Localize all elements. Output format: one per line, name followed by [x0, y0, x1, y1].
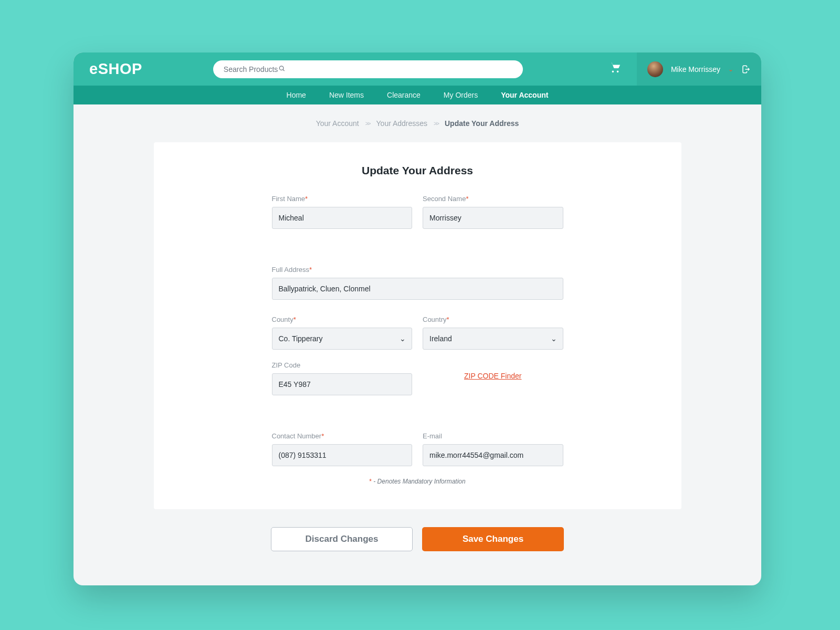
logout-icon[interactable] [741, 65, 751, 74]
zip-label: ZIP Code [272, 361, 413, 369]
contact-field[interactable] [272, 444, 413, 466]
country-label: Country* [423, 316, 563, 323]
zip-group: ZIP Code [272, 361, 413, 395]
chevron-right-icon: >> [434, 120, 438, 127]
nav-my-orders[interactable]: My Orders [444, 91, 478, 99]
nav-new-items[interactable]: New Items [329, 91, 364, 99]
email-label: E-mail [423, 432, 563, 440]
contact-label: Contact Number* [272, 432, 413, 440]
user-menu[interactable]: Mike Morrissey ⌄ [637, 52, 761, 86]
first-name-group: First Name* [272, 195, 413, 229]
chevron-down-icon: ⌄ [728, 66, 733, 73]
page-title: Update Your Address [272, 164, 563, 177]
navbar: Home New Items Clearance My Orders Your … [74, 86, 761, 104]
zip-finder-wrap: ZIP CODE Finder [423, 361, 563, 395]
save-button[interactable]: Save Changes [422, 527, 564, 551]
nav-clearance[interactable]: Clearance [387, 91, 421, 99]
second-name-field[interactable] [423, 207, 563, 229]
email-group: E-mail [423, 432, 563, 466]
county-select[interactable]: Co. Tipperary [272, 328, 413, 350]
nav-home[interactable]: Home [287, 91, 306, 99]
search-wrap [213, 60, 523, 78]
cart-icon[interactable] [610, 62, 621, 77]
crumb-addresses[interactable]: Your Addresses [376, 119, 428, 128]
zip-field[interactable] [272, 373, 413, 395]
mandatory-note: * - Denotes Mandatory Information [272, 478, 563, 485]
full-address-label: Full Address* [272, 266, 563, 274]
county-group: County* Co. Tipperary ⌄ [272, 316, 413, 350]
first-name-field[interactable] [272, 207, 413, 229]
logo-shop: SHOP [98, 60, 142, 77]
logo[interactable]: eSHOP [89, 60, 142, 78]
app-window: eSHOP Mike Morrissey ⌄ Home New Items Cl… [74, 52, 761, 585]
second-name-group: Second Name* [423, 195, 563, 229]
first-name-label: First Name* [272, 195, 413, 203]
form-card: Update Your Address First Name* Second N… [154, 142, 681, 509]
breadcrumb: Your Account >> Your Addresses >> Update… [74, 104, 761, 142]
full-address-group: Full Address* [272, 266, 563, 300]
user-name: Mike Morrissey [671, 65, 720, 74]
crumb-current: Update Your Address [445, 119, 519, 128]
chevron-right-icon: >> [365, 120, 370, 127]
discard-button[interactable]: Discard Changes [271, 527, 413, 551]
logo-e: e [89, 60, 98, 77]
nav-your-account[interactable]: Your Account [501, 91, 548, 99]
second-name-label: Second Name* [423, 195, 563, 203]
topbar: eSHOP Mike Morrissey ⌄ [74, 52, 761, 86]
avatar [647, 61, 663, 77]
full-address-field[interactable] [272, 278, 563, 300]
crumb-account[interactable]: Your Account [316, 119, 359, 128]
country-group: Country* Ireland ⌄ [423, 316, 563, 350]
county-label: County* [272, 316, 413, 323]
zip-finder-link[interactable]: ZIP CODE Finder [464, 372, 521, 380]
contact-group: Contact Number* [272, 432, 413, 466]
email-field[interactable] [423, 444, 563, 466]
country-select[interactable]: Ireland [423, 328, 563, 350]
action-buttons: Discard Changes Save Changes [74, 527, 761, 551]
search-input[interactable] [213, 60, 523, 78]
